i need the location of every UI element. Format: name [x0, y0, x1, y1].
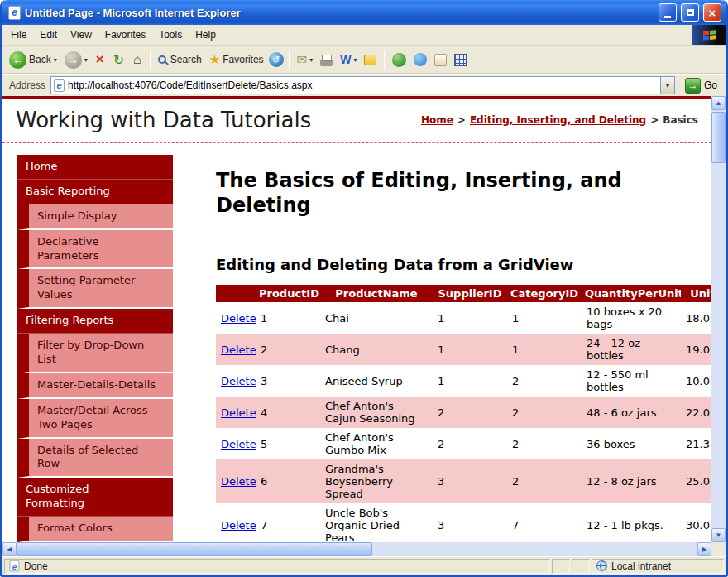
delete-link[interactable]: Delete: [221, 475, 256, 488]
discuss-icon[interactable]: [364, 55, 376, 65]
site-title: Working with Data Tutorials: [16, 108, 413, 132]
page-title: The Basics of Editing, Inserting, and De…: [216, 168, 667, 218]
menu-item-help[interactable]: Help: [189, 26, 223, 43]
sidebar-item-format-colors[interactable]: Format Colors: [17, 517, 173, 542]
favorites-button[interactable]: Favorites: [207, 50, 266, 69]
horizontal-scroll-track[interactable]: [17, 542, 697, 556]
delete-cell: Delete: [216, 459, 256, 503]
print-icon[interactable]: [320, 60, 333, 66]
scroll-up-button[interactable]: [711, 96, 726, 110]
status-pane-small: [572, 559, 590, 574]
horizontal-scroll-row: [2, 542, 726, 556]
cell-category: 7: [507, 503, 582, 542]
sidebar-item-filtering-reports[interactable]: Filtering Reports: [17, 309, 173, 334]
sidebar-item-master-detail-across-two-pages[interactable]: Master/Detail Across Two Pages: [17, 399, 173, 439]
menu-item-edit[interactable]: Edit: [33, 26, 64, 43]
menu-item-favorites[interactable]: Favorites: [98, 26, 152, 43]
forward-button[interactable]: [62, 50, 90, 70]
vertical-scrollbar[interactable]: [711, 96, 726, 542]
refresh-button[interactable]: [110, 52, 127, 68]
back-icon: [9, 51, 26, 69]
home-button[interactable]: [130, 52, 145, 67]
table-row: Delete2Chang1124 - 12 oz bottles19.0: [216, 334, 711, 365]
search-button[interactable]: Search: [156, 52, 204, 67]
back-dropdown-icon[interactable]: [54, 56, 57, 64]
vertical-scroll-track[interactable]: [711, 110, 726, 528]
horizontal-scrollbar[interactable]: [2, 542, 711, 556]
globe-icon[interactable]: [392, 53, 406, 67]
edit-button[interactable]: [338, 51, 359, 68]
cell-qty: 12 - 8 oz jars: [582, 459, 681, 503]
breadcrumb-editing-inserting-and-deleting[interactable]: Editing, Inserting, and Deleting: [470, 114, 646, 126]
delete-cell: Delete: [216, 302, 256, 334]
menu-item-view[interactable]: View: [64, 26, 98, 43]
cell-name: Chef Anton's Cajun Seasoning: [320, 397, 433, 428]
table-row: Delete6Grandma's Boysenberry Spread3212 …: [216, 459, 711, 503]
vertical-scroll-thumb[interactable]: [711, 112, 726, 163]
cell-name: Grandma's Boysenberry Spread: [320, 459, 433, 503]
menu-items: FileEditViewFavoritesToolsHelp: [2, 25, 223, 45]
grid-icon[interactable]: [454, 54, 467, 66]
research-icon[interactable]: [434, 54, 447, 66]
go-icon: [685, 78, 701, 94]
content-area: HomeBasic ReportingSimple DisplayDeclara…: [2, 143, 711, 542]
table-row: Delete7Uncle Bob's Organic Dried Pears37…: [216, 503, 711, 542]
sidebar-item-filter-by-drop-down-list[interactable]: Filter by Drop-Down List: [17, 334, 173, 373]
breadcrumb-home[interactable]: Home: [421, 114, 453, 126]
toolbar-separator: [289, 50, 290, 70]
minimize-button[interactable]: [659, 3, 677, 22]
delete-link[interactable]: Delete: [221, 438, 256, 450]
menu-item-tools[interactable]: Tools: [152, 26, 189, 43]
scroll-down-button[interactable]: [711, 528, 726, 542]
forward-dropdown-icon[interactable]: [84, 56, 88, 64]
menu-item-file[interactable]: File: [4, 26, 33, 43]
menubar: FileEditViewFavoritesToolsHelp: [2, 25, 726, 46]
scroll-left-button[interactable]: [2, 542, 17, 556]
delete-link[interactable]: Delete: [221, 344, 256, 356]
cell-id: 3: [256, 365, 320, 397]
delete-link[interactable]: Delete: [221, 406, 256, 419]
sidebar-item-details-of-selected-row[interactable]: Details of Selected Row: [17, 439, 173, 478]
table-row: Delete4Chef Anton's Cajun Seasoning2248 …: [216, 397, 711, 428]
mail-dropdown-icon[interactable]: [309, 56, 313, 64]
status-page-icon: [10, 560, 20, 572]
sidebar-item-home[interactable]: Home: [17, 155, 173, 180]
sidebar-item-simple-display[interactable]: Simple Display: [17, 204, 173, 230]
table-row: Delete3Aniseed Syrup1212 - 550 ml bottle…: [216, 365, 711, 397]
sidebar-item-master-details-details[interactable]: Master-Details-Details: [17, 373, 173, 399]
delete-link[interactable]: Delete: [221, 312, 256, 325]
horizontal-scroll-thumb[interactable]: [17, 542, 372, 556]
titlebar[interactable]: Untitled Page - Microsoft Internet Explo…: [2, 0, 726, 25]
breadcrumb: Home>Editing, Inserting, and Deleting>Ba…: [413, 114, 698, 126]
stop-button[interactable]: [93, 51, 108, 68]
grid-header-quantityperunit: QuantityPerUnit: [582, 285, 681, 302]
sidebar-item-basic-reporting[interactable]: Basic Reporting: [17, 180, 173, 204]
sidebar-item-setting-parameter-values[interactable]: Setting Parameter Values: [17, 269, 173, 309]
address-dropdown-icon[interactable]: [660, 77, 674, 94]
address-bar: Address http://localhost:4076/Code/EditI…: [2, 74, 726, 96]
sidebar-item-customized-formatting[interactable]: Customized Formatting: [17, 478, 173, 517]
windows-logo-icon: [692, 25, 726, 45]
go-button[interactable]: Go: [680, 78, 722, 94]
maximize-button[interactable]: [681, 3, 699, 22]
edit-dropdown-icon[interactable]: [353, 56, 357, 64]
grid-header-unitprice: UnitPrice: [681, 285, 711, 302]
sidebar-item-declarative-parameters[interactable]: Declarative Parameters: [17, 230, 173, 270]
back-button[interactable]: Back: [7, 50, 60, 70]
page-content: Working with Data Tutorials Home>Editing…: [2, 96, 711, 542]
delete-link[interactable]: Delete: [221, 375, 256, 387]
messenger-icon[interactable]: [414, 53, 427, 66]
delete-link[interactable]: Delete: [221, 519, 256, 531]
close-button[interactable]: [703, 3, 721, 22]
cell-name: Chang: [320, 334, 433, 365]
cell-id: 6: [256, 459, 320, 503]
mail-button[interactable]: [295, 50, 316, 69]
grid-header-productname: ProductName: [320, 285, 433, 302]
cell-price: 25.0: [681, 459, 711, 503]
address-input[interactable]: http://localhost:4076/Code/EditInsertDel…: [50, 76, 675, 94]
section-title: Editing and Deleting Data from a GridVie…: [216, 256, 711, 273]
history-icon[interactable]: [269, 52, 284, 67]
grid-header: ProductIDProductNameSupplierIDCategoryID…: [216, 285, 711, 302]
scroll-right-button[interactable]: [697, 542, 711, 556]
cell-qty: 12 - 1 lb pkgs.: [582, 503, 681, 542]
